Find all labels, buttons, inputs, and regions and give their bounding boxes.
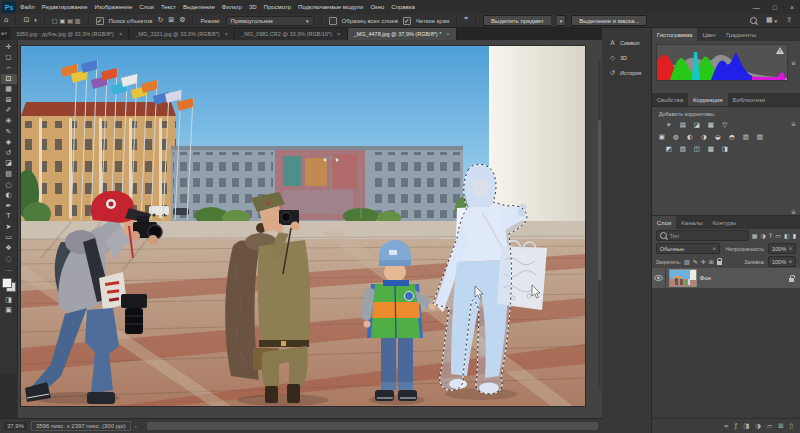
feedback-icon[interactable]: ❞ (464, 17, 468, 24)
tab-color[interactable]: Цвет (697, 28, 720, 41)
adjustment-icon[interactable]: ◪ (692, 120, 702, 129)
new-selection-icon[interactable]: □ (52, 17, 58, 24)
subtract-selection-icon[interactable]: ▤ (67, 17, 73, 24)
layer-row-background[interactable]: Фон (652, 268, 800, 288)
refresh-icon[interactable]: ↻ (157, 17, 163, 24)
marquee-tool[interactable]: ◻ (1, 53, 17, 64)
gear-icon[interactable]: ⚙ (179, 17, 185, 24)
filter-smart-objects-icon[interactable]: ◧ (784, 232, 790, 239)
tab-close-icon[interactable]: × (119, 31, 123, 37)
gradient-tool[interactable]: ▨ (1, 169, 17, 180)
adjustment-icon[interactable]: ◑ (699, 132, 709, 141)
foreground-color-swatch[interactable] (2, 278, 12, 288)
zoom-level-field[interactable]: 37,9% (4, 422, 27, 430)
crop-tool[interactable]: ▦ (1, 84, 17, 95)
filter-type-layers-icon[interactable]: T (769, 232, 773, 239)
new-adjustment-layer-icon[interactable]: ◑ (755, 422, 761, 430)
opacity-field[interactable]: 100%˅ (768, 243, 796, 254)
lock-all-icon[interactable] (717, 261, 722, 265)
visibility-eye-icon[interactable] (652, 268, 666, 288)
tab-close-icon[interactable]: × (337, 31, 341, 37)
filter-shape-layers-icon[interactable]: ▭ (775, 232, 781, 239)
type-tool[interactable]: T (1, 212, 17, 223)
intersect-selection-icon[interactable]: ▥ (75, 17, 81, 24)
sample-all-layers-checkbox[interactable] (329, 17, 337, 25)
tab-adjustments[interactable]: Коррекция (688, 93, 728, 106)
frame-tool[interactable]: ⊠ (1, 95, 17, 106)
hard-edge-checkbox[interactable]: ✓ (403, 17, 411, 25)
status-chevron-icon[interactable]: › (135, 423, 137, 429)
blur-tool[interactable]: ○ (1, 180, 17, 191)
panel-menu-icon[interactable]: ≡ (791, 208, 796, 215)
adjustment-icon[interactable]: ▦ (706, 120, 716, 129)
blend-mode-dropdown[interactable]: Обычные˅ (656, 243, 720, 254)
menu-item[interactable]: Файл (20, 4, 35, 10)
adjustment-icon[interactable]: ◓ (727, 132, 737, 141)
filter-toggle-icon[interactable]: ▮ (793, 232, 796, 239)
healing-brush-tool[interactable]: ✙ (1, 116, 17, 127)
horizontal-scrollbar[interactable] (147, 422, 598, 430)
menu-item[interactable]: Текст (161, 4, 176, 10)
object-finder-checkbox[interactable]: ✓ (96, 17, 104, 25)
tool-preset-caret-icon[interactable]: ▾ (34, 18, 37, 23)
lock-transparency-icon[interactable]: ▨ (684, 258, 690, 265)
menu-item[interactable]: Выделение (183, 4, 215, 10)
adjustment-icon[interactable]: ▩ (706, 144, 716, 153)
clone-stamp-tool[interactable]: ◈ (1, 137, 17, 148)
select-subject-button[interactable]: Выделить предмет (483, 15, 551, 26)
adjustment-icon[interactable]: ▤ (678, 120, 688, 129)
tab-libraries[interactable]: Библиотеки (728, 93, 771, 106)
zoom-tool[interactable]: ◌ (1, 254, 17, 265)
share-icon[interactable]: ⇧ (786, 17, 792, 24)
adjustment-icon[interactable]: ◩ (664, 144, 674, 153)
color-swatches[interactable] (2, 278, 16, 292)
workspace-icon[interactable]: ▦ (766, 17, 773, 24)
tab-histogram[interactable]: Гистограмма (652, 28, 698, 41)
tab-paths[interactable]: Контуры (708, 216, 742, 229)
panel-menu-icon[interactable]: ≡ (791, 59, 796, 66)
panel-button-character[interactable]: A Символ (604, 36, 649, 49)
document-tab[interactable]: _MG_3321.jpg @ 33,3% (RGB/8*) × (129, 28, 235, 40)
lasso-tool[interactable]: ∽ (1, 63, 17, 74)
panel-button-3d[interactable]: ◇ 3D (604, 51, 649, 64)
object-selection-tool[interactable]: ⊡ (1, 74, 17, 85)
menu-item[interactable]: Изображение (94, 4, 132, 10)
path-selection-tool[interactable]: ➤ (1, 222, 17, 233)
layer-name[interactable]: Фон (700, 275, 789, 281)
menu-item[interactable]: Подключаемые модули (298, 4, 363, 10)
canvas-area[interactable] (18, 40, 602, 418)
photo-document[interactable] (21, 46, 585, 406)
document-tab[interactable]: _MG_4478.jpg @ 37,9% (RGB/8*) * × (348, 28, 457, 40)
tab-close-icon[interactable]: × (446, 31, 450, 37)
mode-dropdown[interactable]: Прямоугольник▾ (226, 16, 314, 26)
dodge-tool[interactable]: ◐ (1, 190, 17, 201)
add-selection-icon[interactable]: ▣ (60, 17, 66, 24)
show-all-objects-icon[interactable]: ⊠ (168, 17, 174, 24)
lock-artboard-icon[interactable]: ⊞ (709, 258, 714, 265)
shape-tool[interactable]: ▭ (1, 233, 17, 244)
minimize-button[interactable]: — (753, 4, 760, 11)
select-and-mask-button[interactable]: Выделение и маска... (571, 15, 647, 26)
lock-position-icon[interactable]: ✛ (701, 258, 706, 265)
adjustment-icon[interactable]: ▽ (720, 120, 730, 129)
document-tab[interactable]: 3350.jpg - дубль.jpg @ 33,3% (RGB/8*) × (10, 28, 129, 40)
filter-adjustment-layers-icon[interactable]: ◑ (760, 232, 765, 239)
adjustment-icon[interactable]: ◍ (671, 132, 681, 141)
document-info[interactable]: 3596 пикс. x 2397 пикс. (300 ppi) (31, 421, 131, 431)
menu-item[interactable]: Редактирование (42, 4, 88, 10)
new-group-icon[interactable]: ▱ (767, 422, 772, 430)
tab-properties[interactable]: Свойства (652, 93, 688, 106)
menu-item[interactable]: Слои (139, 4, 154, 10)
tab-channels[interactable]: Каналы (676, 216, 707, 229)
filter-pixel-layers-icon[interactable]: ▦ (752, 232, 758, 239)
document-tab[interactable]: _MG_0981.CR2 @ 33,3% (RGB/16*) × (235, 28, 347, 40)
menu-item[interactable]: Просмотр (264, 4, 291, 10)
adjustment-icon[interactable]: ◐ (685, 132, 695, 141)
vertical-scrollbar[interactable] (598, 60, 601, 390)
link-layers-icon[interactable]: ∞ (723, 422, 728, 430)
toolbar-ellipsis[interactable]: … (1, 264, 17, 275)
menu-item[interactable]: Фильтр (222, 4, 242, 10)
tab-layers[interactable]: Слои (652, 216, 677, 229)
adjustment-icon[interactable]: ▣ (657, 132, 667, 141)
tab-close-icon[interactable]: × (225, 31, 229, 37)
